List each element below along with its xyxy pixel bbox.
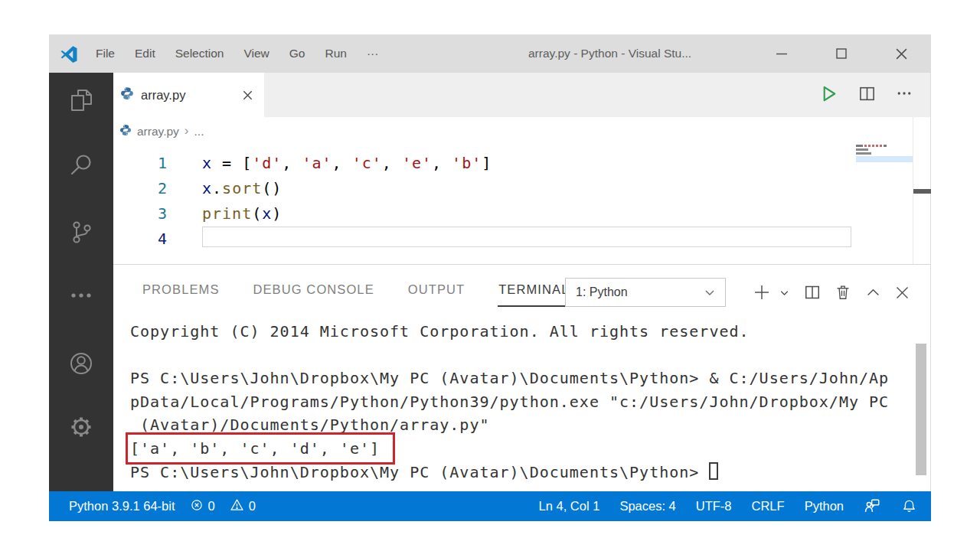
warning-icon [230, 497, 244, 515]
status-bar: Python 3.9.1 64-bit00 Ln 4, Col 1Spaces:… [49, 491, 931, 521]
status-bell-icon[interactable] [901, 498, 917, 514]
tab-label: array.py [141, 88, 185, 103]
terminal-scrollbar[interactable] [916, 344, 926, 475]
code-text: print(x) [202, 201, 282, 227]
terminal-dropdown-chevron-icon[interactable] [778, 286, 791, 299]
code-token: () [262, 179, 282, 197]
highlighted-output: ['a', 'b', 'c', 'd', 'e'] [130, 437, 390, 461]
terminal-line: pData/Local/Programs/Python/Python39/pyt… [130, 390, 903, 414]
line-number: 1 [113, 151, 167, 176]
more-views-icon[interactable] [67, 282, 95, 309]
overview-ruler[interactable] [913, 117, 930, 264]
new-terminal-icon[interactable] [752, 282, 772, 302]
python-file-icon [120, 86, 134, 103]
terminal-selector[interactable]: 1: Python [565, 278, 726, 307]
chevron-right-icon: › [185, 123, 189, 139]
panel-tab-output[interactable]: OUTPUT [407, 265, 466, 307]
settings-gear-icon[interactable] [67, 413, 95, 441]
code-editor[interactable]: array.py › ... 1x = ['d', 'a', 'c', 'e',… [113, 117, 930, 264]
maximize-panel-chevron-up-icon[interactable] [864, 284, 882, 302]
terminal-text: pData/Local/Programs/Python/Python39/pyt… [130, 393, 889, 411]
status-error-count[interactable]: 0 [190, 498, 215, 515]
activity-bar [49, 73, 113, 491]
current-line-highlight [202, 227, 851, 247]
status-spaces-4[interactable]: Spaces: 4 [619, 499, 675, 514]
status-feedback-icon[interactable] [864, 497, 881, 515]
panel-tabs: PROBLEMSDEBUG CONSOLEOUTPUTTERMINAL [142, 265, 570, 307]
close-button[interactable] [871, 34, 931, 73]
vscode-window: FileEditSelectionViewGoRun··· array.py -… [49, 34, 931, 521]
editor-tab-bar: array.py [113, 73, 930, 117]
tab-array-py[interactable]: array.py [113, 73, 264, 117]
vscode-logo-icon [60, 44, 78, 63]
status-label: 0 [208, 499, 215, 514]
menu-item-file[interactable]: File [86, 34, 125, 73]
code-token: x [202, 154, 212, 172]
overview-cursor-marker [913, 189, 931, 194]
status-label: Python 3.9.1 64-bit [69, 499, 175, 514]
screenshot-page: FileEditSelectionViewGoRun··· array.py -… [0, 0, 980, 551]
explorer-icon[interactable] [67, 86, 95, 114]
terminal-text: PS C:\Users\John\Dropbox\My PC (Avatar)\… [130, 463, 709, 481]
code-token: , [282, 154, 302, 172]
terminal-line: ['a', 'b', 'c', 'd', 'e'] [130, 437, 903, 461]
menu-item-run[interactable]: Run [315, 34, 356, 73]
terminal-line: Copyright (C) 2014 Microsoft Corporation… [130, 320, 903, 344]
terminal-line: PS C:\Users\John\Dropbox\My PC (Avatar)\… [130, 460, 903, 484]
status-warning-count[interactable]: 0 [230, 497, 256, 515]
breadcrumb[interactable]: array.py › ... [119, 120, 204, 143]
accounts-icon[interactable] [67, 350, 95, 377]
terminal-text: Copyright (C) 2014 Microsoft Corporation… [130, 322, 750, 341]
title-bar: FileEditSelectionViewGoRun··· array.py -… [49, 34, 931, 73]
terminal-text: (Avatar)/Documents/Python/array.py" [130, 416, 489, 434]
minimize-button[interactable] [752, 34, 812, 73]
code-line-2: 2x.sort() [113, 176, 910, 201]
breadcrumb-file[interactable]: array.py [137, 125, 179, 139]
panel-tab-debug-console[interactable]: DEBUG CONSOLE [253, 265, 375, 307]
terminal-output[interactable]: Copyright (C) 2014 Microsoft Corporation… [130, 320, 903, 484]
menu-item-[interactable]: ··· [357, 34, 389, 73]
breadcrumb-more[interactable]: ... [194, 125, 204, 139]
panel-tab-problems[interactable]: PROBLEMS [142, 265, 220, 307]
terminal-line: PS C:\Users\John\Dropbox\My PC (Avatar)\… [130, 367, 903, 390]
menu-item-view[interactable]: View [234, 34, 279, 73]
run-file-icon[interactable] [818, 83, 839, 107]
code-token: , [332, 154, 352, 172]
menu-item-go[interactable]: Go [279, 34, 315, 73]
terminal-line: (Avatar)/Documents/Python/array.py" [130, 413, 903, 437]
code-token: . [212, 179, 222, 197]
kill-terminal-trash-icon[interactable] [834, 283, 852, 302]
code-token: = [ [212, 154, 252, 172]
status-bar-right: Ln 4, Col 1Spaces: 4UTF-8CRLFPython [539, 497, 917, 515]
status-utf-8[interactable]: UTF-8 [696, 499, 732, 514]
close-panel-icon[interactable] [894, 285, 910, 301]
status-crlf[interactable]: CRLF [752, 499, 785, 514]
more-actions-icon[interactable] [895, 84, 913, 106]
status-python[interactable]: Python [805, 499, 844, 514]
code-text: x = ['d', 'a', 'c', 'e', 'b'] [202, 151, 492, 176]
source-control-icon[interactable] [67, 218, 95, 246]
minimap[interactable] [856, 145, 913, 162]
code-token: print [202, 204, 252, 223]
code-token: x [202, 179, 212, 197]
code-token: , [432, 154, 452, 172]
menu-item-selection[interactable]: Selection [165, 34, 234, 73]
code-token: 'b' [452, 154, 482, 172]
line-number: 3 [113, 201, 167, 227]
split-editor-icon[interactable] [858, 84, 877, 106]
line-number: 4 [113, 227, 167, 252]
code-token: ] [482, 154, 492, 172]
split-terminal-icon[interactable] [803, 283, 822, 302]
status-python-3-9-1-64-bit[interactable]: Python 3.9.1 64-bit [69, 499, 175, 514]
maximize-button[interactable] [812, 34, 871, 73]
code-token: 'a' [302, 154, 332, 172]
panel-tab-terminal[interactable]: TERMINAL [498, 265, 570, 307]
code-line-3: 3print(x) [113, 201, 910, 227]
tab-close-icon[interactable] [242, 90, 253, 101]
search-icon[interactable] [67, 152, 95, 179]
window-body: array.py [49, 73, 931, 491]
status-ln-4-col-1[interactable]: Ln 4, Col 1 [539, 499, 600, 514]
terminal-cursor [709, 462, 718, 480]
status-bar-left: Python 3.9.1 64-bit00 [69, 497, 256, 515]
menu-item-edit[interactable]: Edit [125, 34, 165, 73]
